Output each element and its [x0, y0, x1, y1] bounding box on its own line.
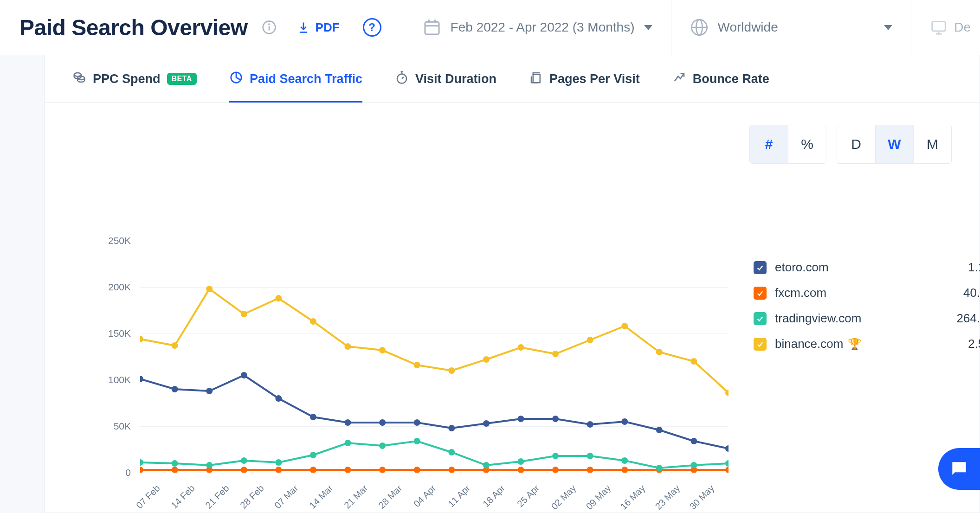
series-point-tradingview.com[interactable] — [517, 458, 524, 465]
series-point-fxcm.com[interactable] — [241, 467, 247, 473]
series-point-fxcm.com[interactable] — [587, 467, 593, 473]
series-point-tradingview.com[interactable] — [552, 453, 559, 459]
device-select[interactable]: De — [911, 19, 980, 36]
series-point-fxcm.com[interactable] — [621, 467, 628, 473]
series-point-fxcm.com[interactable] — [310, 467, 316, 473]
series-point-etoro.com[interactable] — [379, 419, 386, 426]
format-toggle-#[interactable]: # — [750, 125, 788, 163]
tab-pages-per-visit[interactable]: Pages Per Visit — [529, 55, 640, 103]
series-point-binance.com[interactable] — [552, 351, 559, 357]
help-icon[interactable]: ? — [363, 18, 381, 37]
series-point-etoro.com[interactable] — [140, 376, 143, 382]
series-point-tradingview.com[interactable] — [483, 462, 490, 468]
series-point-binance.com[interactable] — [517, 344, 524, 351]
series-point-binance.com[interactable] — [310, 318, 316, 325]
series-point-etoro.com[interactable] — [725, 445, 729, 452]
series-point-binance.com[interactable] — [656, 349, 663, 355]
tab-ppc-spend[interactable]: PPC SpendBETA — [72, 55, 197, 103]
x-tick-label: 28 Feb — [238, 483, 266, 511]
tab-paid-search-traffic[interactable]: Paid Search Traffic — [229, 55, 362, 103]
series-point-fxcm.com[interactable] — [552, 467, 559, 473]
series-point-binance.com[interactable] — [414, 362, 420, 368]
series-point-binance.com[interactable] — [690, 358, 697, 365]
series-point-binance.com[interactable] — [448, 367, 455, 374]
series-point-tradingview.com[interactable] — [172, 460, 178, 467]
series-point-fxcm.com[interactable] — [517, 467, 524, 473]
series-point-etoro.com[interactable] — [483, 420, 490, 427]
series-point-etoro.com[interactable] — [587, 421, 593, 428]
legend-checkbox[interactable] — [754, 338, 767, 351]
series-point-tradingview.com[interactable] — [448, 449, 455, 455]
series-point-tradingview.com[interactable] — [725, 460, 729, 467]
chart-plot — [140, 241, 729, 473]
legend-checkbox[interactable] — [754, 287, 767, 300]
legend-checkbox[interactable] — [754, 261, 767, 274]
series-point-tradingview.com[interactable] — [310, 452, 316, 458]
page-title: Paid Search Overview — [19, 15, 248, 40]
chat-fab[interactable] — [938, 448, 980, 490]
series-point-binance.com[interactable] — [140, 336, 143, 342]
series-point-fxcm.com[interactable] — [172, 467, 178, 473]
series-point-etoro.com[interactable] — [552, 416, 559, 422]
x-tick-label: 11 Apr — [446, 483, 472, 509]
geo-select[interactable]: Worldwide — [671, 18, 911, 37]
series-point-fxcm.com[interactable] — [414, 467, 420, 473]
tab-visit-duration[interactable]: Visit Duration — [395, 55, 496, 103]
series-point-fxcm.com[interactable] — [275, 467, 282, 473]
series-point-tradingview.com[interactable] — [621, 457, 628, 464]
series-point-binance.com[interactable] — [345, 343, 351, 350]
series-point-etoro.com[interactable] — [414, 419, 420, 426]
series-point-fxcm.com[interactable] — [140, 467, 143, 473]
series-point-etoro.com[interactable] — [448, 425, 455, 431]
series-point-tradingview.com[interactable] — [656, 465, 663, 471]
legend-checkbox[interactable] — [754, 312, 767, 325]
legend-item-binance-com[interactable]: binance.com 🏆2.5M — [754, 331, 980, 357]
series-point-tradingview.com[interactable] — [345, 440, 351, 446]
granularity-toggle-w[interactable]: W — [875, 125, 913, 163]
series-point-tradingview.com[interactable] — [140, 459, 143, 466]
granularity-toggle-d[interactable]: D — [837, 125, 875, 163]
y-axis: 050K100K150K200K250K — [94, 241, 131, 473]
series-point-etoro.com[interactable] — [241, 372, 247, 378]
series-point-tradingview.com[interactable] — [690, 462, 697, 468]
series-point-etoro.com[interactable] — [172, 386, 178, 392]
date-range-select[interactable]: Feb 2022 - Apr 2022 (3 Months) — [404, 18, 671, 37]
series-point-tradingview.com[interactable] — [275, 459, 282, 466]
series-point-tradingview.com[interactable] — [379, 442, 386, 449]
series-point-binance.com[interactable] — [275, 295, 282, 301]
series-point-etoro.com[interactable] — [517, 416, 524, 422]
series-point-etoro.com[interactable] — [275, 395, 282, 402]
series-point-tradingview.com[interactable] — [206, 462, 213, 468]
series-point-etoro.com[interactable] — [656, 427, 663, 433]
series-point-tradingview.com[interactable] — [241, 457, 247, 464]
series-point-fxcm.com[interactable] — [725, 467, 729, 473]
series-point-fxcm.com[interactable] — [448, 467, 455, 473]
series-point-tradingview.com[interactable] — [587, 453, 593, 459]
tab-bounce-rate[interactable]: Bounce Rate — [672, 55, 769, 103]
series-point-binance.com[interactable] — [587, 337, 593, 343]
format-toggle-%[interactable]: % — [788, 125, 826, 163]
series-point-tradingview.com[interactable] — [414, 438, 420, 444]
series-point-fxcm.com[interactable] — [379, 467, 386, 473]
series-point-etoro.com[interactable] — [345, 419, 351, 426]
legend-item-fxcm-com[interactable]: fxcm.com40.2K — [754, 280, 980, 306]
export-pdf-button[interactable]: PDF — [297, 20, 340, 35]
series-point-etoro.com[interactable] — [206, 388, 213, 394]
series-point-binance.com[interactable] — [379, 347, 386, 353]
series-point-binance.com[interactable] — [172, 342, 178, 349]
legend-item-etoro-com[interactable]: etoro.com1.1M — [754, 255, 980, 280]
granularity-toggle-m[interactable]: M — [913, 125, 951, 163]
series-point-etoro.com[interactable] — [621, 418, 628, 425]
info-icon[interactable] — [261, 19, 277, 36]
tab-label: Visit Duration — [415, 72, 496, 86]
series-point-binance.com[interactable] — [206, 286, 213, 292]
series-point-binance.com[interactable] — [483, 356, 490, 363]
monitor-icon — [930, 19, 948, 36]
series-point-etoro.com[interactable] — [310, 414, 316, 420]
legend-item-tradingview-com[interactable]: tradingview.com264.1K — [754, 306, 980, 331]
series-point-binance.com[interactable] — [241, 311, 247, 317]
series-point-etoro.com[interactable] — [690, 438, 697, 444]
series-point-binance.com[interactable] — [621, 323, 628, 329]
tab-label: Paid Search Traffic — [250, 72, 362, 86]
series-point-fxcm.com[interactable] — [345, 467, 351, 473]
